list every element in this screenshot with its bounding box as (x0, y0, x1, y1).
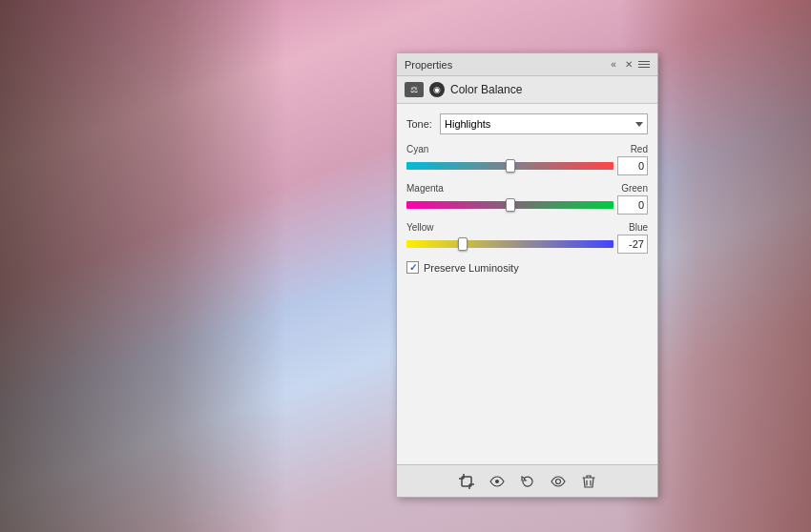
crop-icon[interactable] (458, 473, 475, 490)
magenta-green-track (406, 201, 613, 209)
collapse-button[interactable]: « (608, 59, 619, 71)
panel-header: ⚖ ◉ Color Balance (397, 76, 657, 104)
yellow-blue-track (406, 240, 613, 248)
cyan-red-slider-row: Cyan Red (406, 144, 648, 175)
yellow-label: Yellow (406, 222, 434, 233)
tone-select[interactable]: Shadows Midtones Highlights (440, 113, 648, 134)
yellow-blue-input[interactable] (621, 238, 644, 250)
panel-footer (397, 464, 657, 497)
green-label: Green (621, 183, 648, 194)
camera-icon: ◉ (429, 82, 445, 97)
properties-panel: Properties « ✕ ⚖ ◉ Color Balance Tone: S… (396, 52, 658, 498)
reset-icon[interactable] (519, 473, 536, 490)
menu-icon[interactable] (638, 61, 650, 68)
panel-titlebar: Properties « ✕ (397, 53, 657, 76)
yellow-blue-value (617, 235, 648, 254)
blue-label: Blue (629, 222, 648, 233)
visibility-icon[interactable] (550, 473, 567, 490)
cyan-red-input[interactable] (621, 160, 644, 172)
magenta-green-slider-row: Magenta Green (406, 183, 648, 215)
panel-body: Tone: Shadows Midtones Highlights Cyan R… (397, 104, 657, 293)
preserve-luminosity-row: Preserve Luminosity (406, 261, 648, 274)
svg-point-6 (555, 479, 560, 483)
tone-label: Tone: (406, 118, 440, 130)
panel-empty-area (397, 293, 657, 464)
yellow-blue-track-wrapper[interactable] (406, 235, 613, 254)
magenta-green-track-wrapper[interactable] (406, 195, 613, 215)
cyan-red-track (406, 162, 613, 170)
magenta-green-input[interactable] (621, 199, 644, 211)
yellow-blue-labels: Yellow Blue (406, 222, 648, 233)
magenta-green-thumb[interactable] (506, 198, 515, 212)
cyan-red-thumb[interactable] (506, 159, 515, 173)
cyan-red-value (617, 156, 648, 175)
eye-reveal-icon[interactable] (489, 473, 506, 490)
magenta-green-value (617, 195, 648, 215)
close-button[interactable]: ✕ (623, 59, 634, 71)
magenta-green-labels: Magenta Green (406, 183, 648, 194)
magenta-label: Magenta (406, 183, 444, 194)
panel-header-title: Color Balance (450, 83, 522, 96)
preserve-luminosity-label: Preserve Luminosity (424, 262, 519, 274)
preserve-luminosity-checkbox[interactable] (406, 261, 419, 274)
magenta-green-slider-container (406, 195, 648, 215)
cyan-red-track-wrapper[interactable] (406, 156, 613, 175)
yellow-blue-thumb[interactable] (458, 237, 468, 251)
yellow-blue-slider-container (406, 235, 648, 254)
cyan-red-labels: Cyan Red (406, 144, 648, 154)
delete-icon[interactable] (580, 473, 597, 490)
red-label: Red (631, 144, 648, 154)
svg-point-5 (495, 480, 499, 483)
balance-icon: ⚖ (405, 82, 424, 97)
cyan-label: Cyan (406, 144, 428, 154)
cyan-red-slider-container (406, 156, 648, 175)
yellow-blue-slider-row: Yellow Blue (406, 222, 648, 254)
titlebar-controls: « ✕ (608, 59, 650, 71)
tone-row: Tone: Shadows Midtones Highlights (406, 113, 648, 134)
panel-title: Properties (405, 59, 452, 71)
